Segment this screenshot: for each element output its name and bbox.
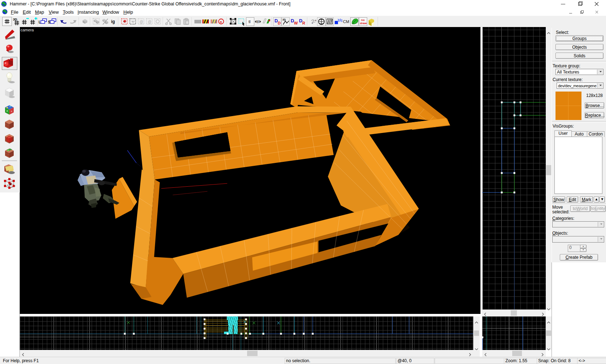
- svg-text:S: S: [48, 20, 50, 24]
- svg-text:D: D: [275, 18, 278, 23]
- svg-text:ig: ig: [111, 19, 115, 24]
- svg-text:CM: CM: [343, 19, 349, 24]
- svg-text:3D: 3D: [13, 18, 17, 21]
- svg-text:W: W: [294, 21, 298, 25]
- svg-text:tl: tl: [257, 19, 259, 24]
- svg-text:tl: tl: [249, 19, 251, 24]
- svg-text:L: L: [39, 20, 41, 24]
- svg-text:@: @: [148, 20, 152, 24]
- svg-text:D: D: [278, 21, 281, 25]
- svg-text:3D: 3D: [282, 18, 286, 21]
- svg-text:D: D: [291, 18, 294, 23]
- svg-text:no: no: [361, 18, 365, 22]
- svg-text:R: R: [220, 21, 222, 24]
- svg-text:draw: draw: [360, 22, 367, 25]
- svg-text:@: @: [140, 20, 143, 24]
- svg-text:R: R: [302, 21, 305, 25]
- svg-text:D: D: [299, 18, 302, 23]
